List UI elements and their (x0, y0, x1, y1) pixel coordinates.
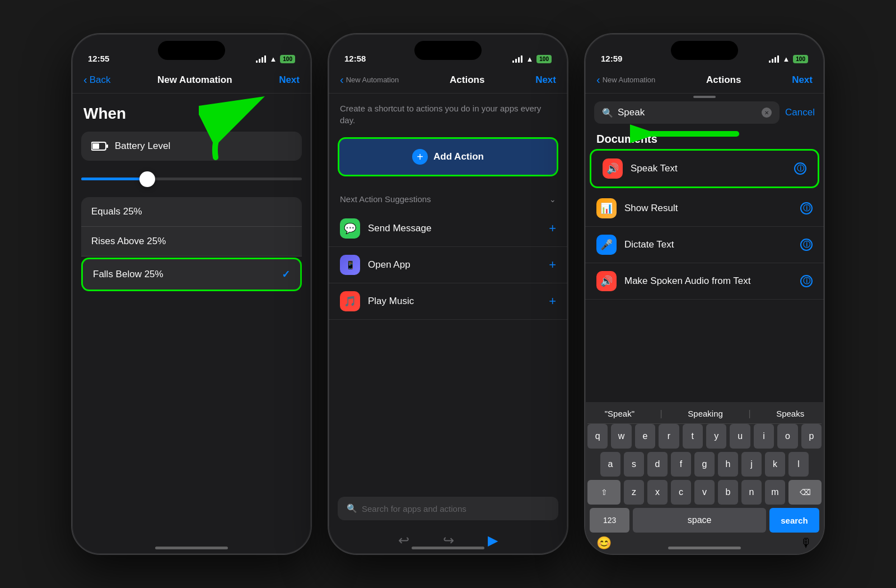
key-z[interactable]: z (624, 480, 644, 505)
key-y[interactable]: y (706, 424, 726, 449)
speak-text-item[interactable]: 🔊 Speak Text ⓘ (590, 149, 819, 188)
key-h[interactable]: h (718, 452, 738, 477)
wifi-icon-2: ▲ (526, 55, 533, 63)
key-n[interactable]: n (741, 480, 762, 505)
add-open-app-button[interactable]: + (549, 258, 556, 272)
speak-text-icon: 🔊 (603, 158, 623, 179)
option-rises[interactable]: Rises Above 25% (81, 227, 302, 256)
key-d[interactable]: d (647, 452, 668, 477)
search-input-container[interactable]: 🔍 Speak ✕ (594, 101, 780, 124)
back-label-1: Back (90, 74, 111, 86)
play-icon[interactable]: ▶ (488, 533, 498, 548)
battery-level-card[interactable]: Battery Level (81, 132, 302, 161)
show-result-item[interactable]: 📊 Show Result ⓘ (585, 190, 824, 227)
keyboard: "Speak" | Speaking | Speaks q w e r t y … (585, 402, 824, 554)
show-result-info[interactable]: ⓘ (800, 202, 813, 214)
status-icons-3: ▲ 100 (769, 55, 808, 63)
search-bar-bottom[interactable]: 🔍 Search for apps and actions (338, 497, 558, 520)
add-play-music-button[interactable]: + (549, 294, 556, 309)
option-equals[interactable]: Equals 25% (81, 197, 302, 227)
key-p[interactable]: p (801, 424, 822, 449)
next-button-2[interactable]: Next (535, 74, 556, 86)
next-button-1[interactable]: Next (279, 74, 300, 86)
slider-fill (81, 178, 147, 180)
key-a[interactable]: a (600, 452, 620, 477)
chevron-left-icon-3: ‹ (596, 73, 600, 86)
speak-text-info[interactable]: ⓘ (794, 162, 806, 175)
key-v[interactable]: v (694, 480, 715, 505)
action-send-message[interactable]: 💬 Send Message + (329, 211, 567, 247)
key-q[interactable]: q (587, 424, 608, 449)
redo-icon[interactable]: ↪ (443, 533, 454, 548)
add-send-message-button[interactable]: + (549, 221, 556, 236)
key-l[interactable]: l (788, 452, 809, 477)
action-open-app[interactable]: 📱 Open App + (329, 247, 567, 283)
pull-indicator (585, 94, 824, 99)
search-input[interactable]: Speak (618, 107, 757, 118)
back-button-1[interactable]: ‹ Back (83, 73, 110, 86)
key-k[interactable]: k (765, 452, 785, 477)
key-i[interactable]: i (754, 424, 774, 449)
suggestion-2[interactable]: Speaking (688, 409, 723, 419)
add-action-plus-icon: + (412, 149, 428, 165)
phone-1: 12:55 ▲ 100 ‹ Back New Automation Nex (71, 33, 312, 555)
chevron-left-icon: ‹ (83, 73, 87, 86)
signal-icon (256, 56, 266, 63)
microphone-icon[interactable]: 🎙 (800, 536, 813, 550)
clear-search-button[interactable]: ✕ (762, 108, 772, 118)
cancel-button[interactable]: Cancel (785, 107, 815, 118)
slider-thumb[interactable] (139, 171, 155, 187)
key-e[interactable]: e (635, 424, 655, 449)
option-falls-label: Falls Below 25% (93, 269, 164, 280)
space-key[interactable]: space (633, 508, 766, 533)
shift-key[interactable]: ⇧ (587, 480, 620, 505)
make-spoken-audio-info[interactable]: ⓘ (800, 275, 813, 287)
back-button-2[interactable]: ‹ New Automation (340, 73, 399, 86)
make-spoken-audio-item[interactable]: 🔊 Make Spoken Audio from Text ⓘ (585, 263, 824, 300)
key-s[interactable]: s (624, 452, 644, 477)
option-falls[interactable]: Falls Below 25% ✓ (81, 258, 302, 291)
numbers-key[interactable]: 123 (590, 508, 629, 533)
nav-title-3: Actions (706, 74, 741, 86)
chevron-down-icon[interactable]: ⌄ (549, 195, 556, 204)
search-row: 🔍 Speak ✕ Cancel (585, 99, 824, 128)
dictate-text-info[interactable]: ⓘ (800, 239, 813, 251)
key-g[interactable]: g (694, 452, 715, 477)
keyboard-row-2: a s d f g h j k l (587, 452, 822, 477)
key-x[interactable]: x (647, 480, 668, 505)
suggestion-3[interactable]: Speaks (776, 409, 804, 419)
emoji-icon[interactable]: 😊 (596, 536, 612, 550)
action-play-music[interactable]: 🎵 Play Music + (329, 283, 567, 320)
search-key[interactable]: search (769, 508, 819, 533)
wifi-icon-3: ▲ (782, 55, 790, 63)
search-icon-3: 🔍 (602, 108, 613, 118)
keyboard-row-1: q w e r t y u i o p (587, 424, 822, 449)
signal-icon-3 (769, 56, 779, 63)
make-spoken-audio-label: Make Spoken Audio from Text (624, 276, 792, 287)
time-2: 12:58 (344, 54, 366, 63)
speak-text-row: 🔊 Speak Text ⓘ (591, 151, 818, 186)
undo-icon[interactable]: ↩ (398, 533, 409, 548)
key-m[interactable]: m (765, 480, 785, 505)
nav-bar-2: ‹ New Automation Actions Next (329, 67, 567, 94)
key-c[interactable]: c (671, 480, 691, 505)
slider-container[interactable] (81, 172, 302, 186)
suggestion-1[interactable]: "Speak" (605, 409, 634, 419)
back-button-3[interactable]: ‹ New Automation (596, 73, 655, 86)
key-o[interactable]: o (777, 424, 797, 449)
search-placeholder: Search for apps and actions (362, 504, 466, 514)
slider-track (81, 178, 302, 180)
add-action-button[interactable]: + Add Action (338, 137, 558, 176)
key-t[interactable]: t (683, 424, 703, 449)
nav-title-2: Actions (450, 74, 484, 86)
key-u[interactable]: u (730, 424, 750, 449)
next-button-3[interactable]: Next (792, 74, 813, 86)
key-b[interactable]: b (718, 480, 738, 505)
backspace-key[interactable]: ⌫ (788, 480, 822, 505)
key-r[interactable]: r (659, 424, 679, 449)
dictate-text-item[interactable]: 🎤 Dictate Text ⓘ (585, 227, 824, 263)
action-open-app-label: Open App (368, 259, 541, 270)
key-f[interactable]: f (671, 452, 691, 477)
key-j[interactable]: j (741, 452, 762, 477)
key-w[interactable]: w (611, 424, 631, 449)
